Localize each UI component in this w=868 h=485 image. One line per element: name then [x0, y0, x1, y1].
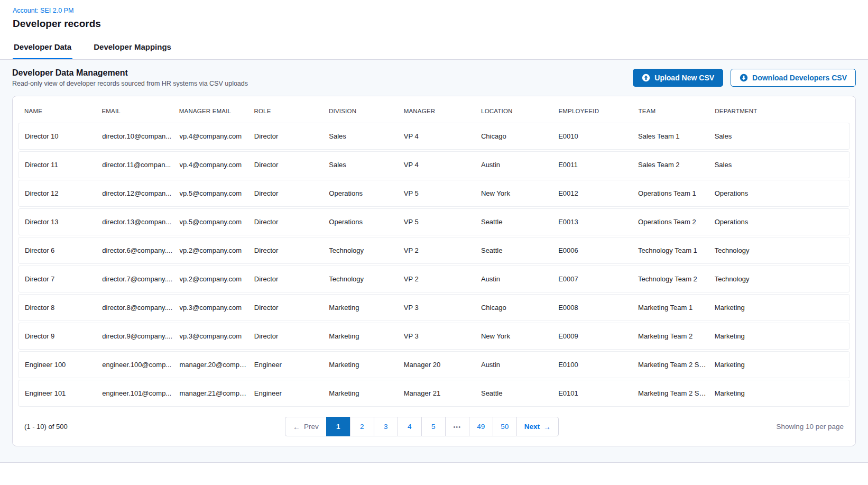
table-cell: Austin [475, 361, 552, 369]
page-button-50[interactable]: 50 [493, 417, 517, 436]
table-cell: Marketing [708, 332, 849, 340]
table-cell: Manager 20 [398, 361, 475, 369]
panel-actions: Upload New CSV Download Developers CSV [633, 69, 856, 87]
table-cell: Marketing [708, 304, 849, 312]
table-cell: E0010 [552, 132, 632, 140]
table-cell: vp.4@company.com [173, 161, 247, 169]
page-button-49[interactable]: 49 [469, 417, 493, 436]
table-cell: Technology [708, 246, 849, 254]
table-cell: E0101 [552, 389, 632, 397]
table-cell: Sales [708, 161, 849, 169]
table-cell: Marketing Team 2 Su... [632, 389, 708, 397]
table-cell: Engineer 100 [19, 361, 96, 369]
table-cell: vp.2@company.com [173, 275, 247, 283]
column-header-department: DEPARTMENT [708, 108, 850, 114]
table-cell: director.12@compan... [96, 189, 173, 197]
next-page-button[interactable]: Next → [516, 417, 559, 436]
table-cell: E0012 [552, 189, 632, 197]
table-cell: Director [248, 161, 322, 169]
table-cell: engineer.100@comp... [96, 361, 173, 369]
table-cell: Chicago [475, 132, 552, 140]
arrow-right-icon: → [543, 423, 551, 431]
table-cell: E0008 [552, 304, 632, 312]
table-cell: Director [248, 275, 322, 283]
next-page-label: Next [524, 423, 540, 431]
table-cell: E0013 [552, 218, 632, 226]
table-cell: Marketing [708, 361, 849, 369]
arrow-left-icon: ← [293, 423, 300, 431]
table-cell: VP 5 [398, 189, 475, 197]
table-cell: Engineer 101 [19, 389, 96, 397]
table-cell: Operations [708, 218, 849, 226]
table-cell: Marketing Team 2 Su... [632, 361, 708, 369]
table-cell: vp.5@company.com [173, 218, 247, 226]
page-button-2[interactable]: 2 [350, 417, 374, 436]
table-cell: Marketing [322, 361, 397, 369]
table-cell: Sales Team 2 [632, 161, 708, 169]
table-cell: E0011 [552, 161, 632, 169]
table-cell: Marketing [322, 332, 397, 340]
tab-bar: Developer DataDeveloper Mappings [0, 37, 868, 60]
table-cell: VP 5 [398, 218, 475, 226]
table-row: Director 8director.8@company....vp.3@com… [18, 294, 850, 321]
table-cell: director.7@company.... [96, 275, 173, 283]
table-cell: vp.4@company.com [173, 132, 247, 140]
prev-page-button[interactable]: ← Prev [285, 417, 327, 436]
table-cell: Marketing Team 1 [632, 304, 708, 312]
developer-table-card: NAMEEMAILMANAGER EMAILROLEDIVISIONMANAGE… [12, 96, 856, 446]
table-cell: Director 10 [19, 132, 96, 140]
section-title: Developer Data Management [12, 68, 248, 78]
table-cell: Director [248, 132, 322, 140]
column-header-manager-email: MANAGER EMAIL [173, 108, 248, 114]
table-cell: Director [248, 304, 322, 312]
table-body: Director 10director.10@compan...vp.4@com… [18, 123, 850, 407]
table-cell: vp.5@company.com [173, 189, 247, 197]
column-header-division: DIVISION [322, 108, 398, 114]
table-cell: Operations [708, 189, 849, 197]
table-cell: VP 2 [398, 275, 475, 283]
table-row: Director 13director.13@compan...vp.5@com… [18, 208, 850, 235]
table-cell: director.6@company.... [96, 246, 173, 254]
tab-developer-mappings[interactable]: Developer Mappings [93, 37, 172, 59]
prev-page-label: Prev [304, 423, 319, 431]
table-cell: VP 4 [398, 161, 475, 169]
account-breadcrumb[interactable]: Account: SEI 2.0 PM [13, 7, 73, 14]
table-cell: Technology Team 2 [632, 275, 708, 283]
table-cell: Technology [322, 275, 397, 283]
page-title: Developer records [13, 18, 855, 37]
table-cell: Director [248, 218, 322, 226]
page-button-5[interactable]: 5 [421, 417, 446, 436]
table-cell: Director 13 [19, 218, 96, 226]
table-cell: Director 9 [19, 332, 96, 340]
tab-developer-data[interactable]: Developer Data [13, 37, 72, 59]
table-cell: Seattle [475, 218, 552, 226]
panel-header: Developer Data Management Read-only view… [12, 68, 856, 87]
page-button-4[interactable]: 4 [398, 417, 422, 436]
table-cell: vp.3@company.com [173, 304, 247, 312]
table-cell: Seattle [475, 389, 552, 397]
table-header-row: NAMEEMAILMANAGER EMAILROLEDIVISIONMANAGE… [18, 99, 850, 123]
page-button-3[interactable]: 3 [374, 417, 398, 436]
table-row: Director 7director.7@company....vp.2@com… [18, 266, 850, 292]
table-cell: Director [248, 189, 322, 197]
download-csv-button[interactable]: Download Developers CSV [731, 69, 856, 87]
page-button-1[interactable]: 1 [326, 417, 350, 436]
column-header-employeeid: EMPLOYEEID [552, 108, 632, 114]
upload-csv-button[interactable]: Upload New CSV [633, 69, 723, 87]
table-cell: Engineer [248, 361, 322, 369]
table-cell: director.10@compan... [96, 132, 173, 140]
table-cell: Technology [708, 275, 849, 283]
column-header-manager: MANAGER [398, 108, 475, 114]
table-row: Director 6director.6@company....vp.2@com… [18, 237, 850, 264]
table-cell: E0006 [552, 246, 632, 254]
pager-ellipsis: ••• [445, 417, 469, 436]
table-cell: VP 3 [398, 332, 475, 340]
table-cell: E0007 [552, 275, 632, 283]
table-cell: director.11@compan... [96, 161, 173, 169]
page-header: Account: SEI 2.0 PM Developer records [0, 0, 868, 37]
table-cell: Chicago [475, 304, 552, 312]
table-cell: VP 3 [398, 304, 475, 312]
table-row: Director 11director.11@compan...vp.4@com… [18, 151, 850, 178]
table-cell: E0100 [552, 361, 632, 369]
table-cell: Austin [475, 161, 552, 169]
